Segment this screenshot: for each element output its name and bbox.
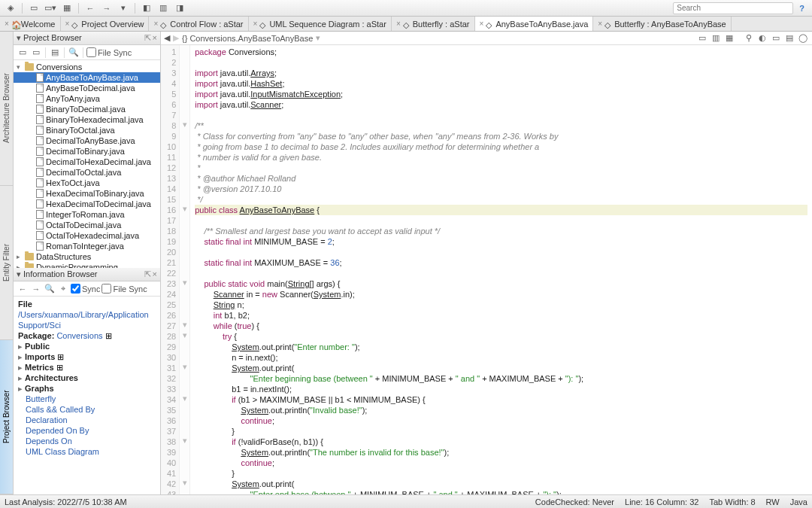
docs-icon[interactable]: ▭▾ bbox=[43, 2, 58, 15]
doc-icon[interactable]: ▭ bbox=[26, 2, 41, 15]
tool2-icon[interactable]: ◐ bbox=[756, 32, 768, 44]
new2-icon[interactable]: ▭ bbox=[30, 47, 42, 59]
tool5-icon[interactable]: ◯ bbox=[797, 32, 809, 44]
tab-2[interactable]: ×◇Control Flow : aStar bbox=[149, 17, 248, 31]
split2-icon[interactable]: ▥ bbox=[710, 32, 722, 44]
back2-icon[interactable]: ← bbox=[17, 283, 29, 295]
close-tab-icon[interactable]: × bbox=[65, 20, 70, 28]
forward-icon[interactable]: → bbox=[99, 2, 114, 15]
close2-icon[interactable]: × bbox=[153, 269, 157, 279]
new-icon[interactable]: ▭ bbox=[17, 47, 29, 59]
graph-link-uml-class-diagram[interactable]: UML Class Diagram bbox=[26, 446, 156, 457]
info-section-imports[interactable]: ▸ Imports ⊞ bbox=[18, 351, 156, 362]
file-path-link[interactable]: /Users/xuanmao/Library/Application Suppo… bbox=[18, 310, 149, 330]
tool3-icon[interactable]: ▭ bbox=[770, 32, 782, 44]
code-area[interactable]: 1234567891011121314151617181920212223242… bbox=[161, 45, 812, 494]
back-icon[interactable]: ← bbox=[83, 2, 98, 15]
close-tab-icon[interactable]: × bbox=[598, 20, 602, 28]
close-tab-icon[interactable]: × bbox=[480, 20, 484, 28]
tab-icon: ◇ bbox=[160, 20, 168, 28]
search-input[interactable] bbox=[673, 2, 793, 14]
layout3-icon[interactable]: ◨ bbox=[172, 2, 187, 15]
file-sync-checkbox[interactable]: File Sync bbox=[86, 47, 132, 57]
shield-icon[interactable]: ◈ bbox=[3, 2, 18, 15]
sidetab-architecture[interactable]: Architecture Browser bbox=[0, 32, 13, 186]
tool1-icon[interactable]: ⚲ bbox=[743, 32, 755, 44]
file-AnyBaseToDecimal.java[interactable]: AnyBaseToDecimal.java bbox=[14, 83, 160, 93]
sidetab-project[interactable]: Project Browser bbox=[0, 340, 13, 494]
info-section-public[interactable]: ▸ Public bbox=[18, 341, 156, 351]
loc-icon[interactable]: ⌖ bbox=[57, 283, 69, 295]
file-icon bbox=[36, 115, 44, 124]
history-icon[interactable]: ▾ bbox=[116, 2, 131, 15]
close-tab-icon[interactable]: × bbox=[5, 20, 9, 28]
file-DecimalToAnyBase.java[interactable]: DecimalToAnyBase.java bbox=[14, 135, 160, 146]
layout2-icon[interactable]: ▥ bbox=[156, 2, 171, 15]
folder-conversions[interactable]: Conversions bbox=[14, 62, 160, 72]
tab-3[interactable]: ×◇UML Sequence Diagram : aStar bbox=[249, 17, 392, 31]
tool4-icon[interactable]: ▤ bbox=[783, 32, 795, 44]
layout1-icon[interactable]: ◧ bbox=[139, 2, 154, 15]
folder-DynamicProgramming[interactable]: DynamicProgramming bbox=[14, 262, 160, 268]
file-OctalToDecimal.java[interactable]: OctalToDecimal.java bbox=[14, 220, 160, 230]
file-DecimalToBinary.java[interactable]: DecimalToBinary.java bbox=[14, 146, 160, 157]
tab-0[interactable]: ×🏠Welcome bbox=[0, 17, 61, 31]
tab-1[interactable]: ×◇Project Overview bbox=[61, 17, 150, 31]
file-BinaryToOctal.java[interactable]: BinaryToOctal.java bbox=[14, 125, 160, 135]
graph-link-depended-on-by[interactable]: Depended On By bbox=[26, 425, 156, 436]
file-BinaryToDecimal.java[interactable]: BinaryToDecimal.java bbox=[14, 104, 160, 114]
pin2-icon[interactable]: ⇱ bbox=[144, 269, 151, 279]
info-section-metrics[interactable]: ▸ Metrics ⊞ bbox=[18, 362, 156, 373]
file-HexaDecimalToDecimal.java[interactable]: HexaDecimalToDecimal.java bbox=[14, 199, 160, 209]
graph-link-calls-called-by[interactable]: Calls && Called By bbox=[26, 404, 156, 415]
filesync2-checkbox[interactable]: File Sync bbox=[102, 284, 147, 294]
close-tab-icon[interactable]: × bbox=[253, 20, 258, 28]
grid-icon[interactable]: ▦ bbox=[59, 2, 74, 15]
file-IntegerToRoman.java[interactable]: IntegerToRoman.java bbox=[14, 209, 160, 220]
file-DecimalToOctal.java[interactable]: DecimalToOctal.java bbox=[14, 167, 160, 178]
help-icon[interactable]: ? bbox=[799, 4, 804, 13]
file-AnyBaseToAnyBase.java[interactable]: AnyBaseToAnyBase.java bbox=[14, 72, 160, 83]
info-header-title: Information Browser bbox=[17, 269, 98, 279]
file-BinaryToHexadecimal.java[interactable]: BinaryToHexadecimal.java bbox=[14, 114, 160, 125]
source[interactable]: package Conversions;import java.util.Arr… bbox=[190, 45, 812, 494]
document-tabs: ×🏠Welcome×◇Project Overview×◇Control Flo… bbox=[0, 17, 812, 32]
info-section-architectures[interactable]: ▸ Architectures bbox=[18, 373, 156, 383]
file-DecimalToHexaDecimal.java[interactable]: DecimalToHexaDecimal.java bbox=[14, 157, 160, 167]
pkg-link[interactable]: Conversions bbox=[56, 331, 102, 340]
sidetab-entity[interactable]: Entity Filter bbox=[0, 186, 13, 340]
close-panel-icon[interactable]: × bbox=[153, 33, 157, 43]
info-section-graphs[interactable]: ▸ Graphs bbox=[18, 383, 156, 394]
file-RomanToInteger.java[interactable]: RomanToInteger.java bbox=[14, 241, 160, 251]
search-icon[interactable]: 🔍 bbox=[68, 47, 80, 59]
sync-checkbox[interactable]: Sync bbox=[71, 284, 100, 294]
pin-icon[interactable]: ⇱ bbox=[144, 33, 151, 43]
file-HexaDecimalToBinary.java[interactable]: HexaDecimalToBinary.java bbox=[14, 188, 160, 199]
file-icon bbox=[36, 84, 44, 93]
nav-fwd-icon[interactable]: ▶ bbox=[173, 33, 179, 43]
pkg-label: Package: bbox=[18, 331, 54, 340]
tab-5[interactable]: ×◇AnyBaseToAnyBase.java bbox=[475, 17, 594, 31]
fwd2-icon[interactable]: → bbox=[30, 283, 42, 295]
tab-icon: ◇ bbox=[259, 20, 267, 28]
project-header-title: Project Browser bbox=[17, 33, 82, 43]
tab-4[interactable]: ×◇Butterfly : aStar bbox=[392, 17, 475, 31]
file-AnyToAny.java[interactable]: AnyToAny.java bbox=[14, 93, 160, 104]
file-HexToOct.java[interactable]: HexToOct.java bbox=[14, 178, 160, 188]
graph-link-declaration[interactable]: Declaration bbox=[26, 415, 156, 425]
nav-back-icon[interactable]: ◀ bbox=[164, 33, 170, 43]
close-tab-icon[interactable]: × bbox=[153, 20, 158, 28]
search2-icon[interactable]: 🔍 bbox=[44, 283, 56, 295]
close-tab-icon[interactable]: × bbox=[396, 20, 401, 28]
graph-link-depends-on[interactable]: Depends On bbox=[26, 436, 156, 446]
breadcrumb-text[interactable]: {} Conversions.AnyBaseToAnyBase bbox=[182, 34, 313, 43]
tab-icon: ◇ bbox=[71, 20, 79, 28]
folder-DataStructures[interactable]: DataStructures bbox=[14, 251, 160, 262]
split3-icon[interactable]: ▦ bbox=[723, 32, 735, 44]
tab-6[interactable]: ×◇Butterfly : AnyBaseToAnyBase bbox=[593, 17, 731, 31]
file-OctalToHexadecimal.java[interactable]: OctalToHexadecimal.java bbox=[14, 230, 160, 241]
split1-icon[interactable]: ▭ bbox=[696, 32, 708, 44]
fold-gutter[interactable]: ▾▾▾▾▾▾▾▾▾▾▾▾▾ bbox=[180, 45, 190, 494]
filter-icon[interactable]: ▤ bbox=[49, 47, 61, 59]
graph-link-butterfly[interactable]: Butterfly bbox=[26, 394, 156, 404]
